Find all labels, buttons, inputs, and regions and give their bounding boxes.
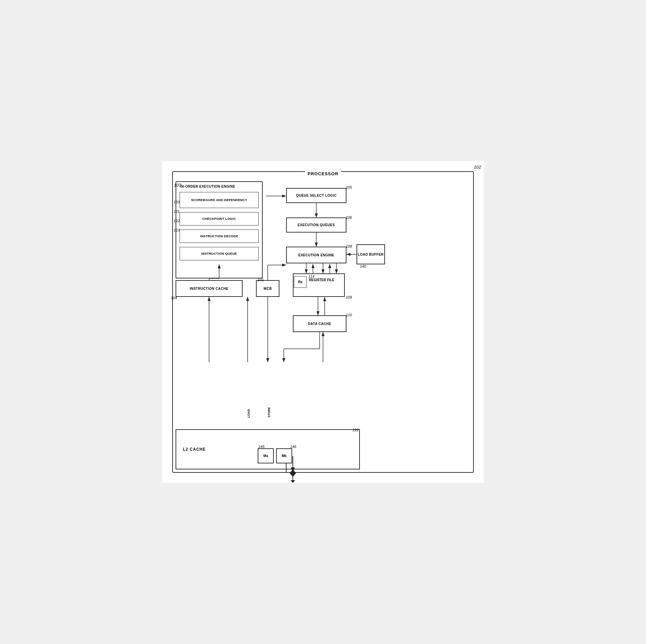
load-buffer-box: LOAD BUFFER [357,244,385,264]
mb-label: Mb [282,454,286,458]
scoreboard-block: SCOREBOARD AND DEPENDENCY [180,192,259,208]
processor-label: PROCESSOR [305,171,341,176]
ref-114: 114 [308,274,314,278]
exec-queues-box: EXECUTION QUEUES [286,217,346,233]
iqueue-block: INSTRUCTION QUEUE [180,247,259,260]
exec-engine-label: EXECUTION ENGINE [298,253,334,257]
ref-108: 108 [346,244,352,248]
reg-file-label: REGISTER FILE [309,278,334,282]
data-cache-box: DATA CACHE [293,315,346,332]
ref-102: 102 [474,165,481,170]
ref-105: 105 [346,185,352,189]
bottom-arrow [286,469,300,483]
queue-select-label: QUEUE SELECT LOGIC [296,193,336,198]
mb-box: Mb [276,448,292,463]
exec-engine-box: EXECUTION ENGINE [286,247,346,263]
load-buffer-label: LOAD BUFFER [358,252,384,257]
ref-112: 112 [352,428,359,432]
ref-110: 110 [346,313,352,317]
ref-123: 123 [174,228,180,232]
ra-box: Ra [294,276,307,288]
ra-label: Ra [298,280,303,284]
queue-select-box: QUEUE SELECT LOGIC [286,188,346,203]
inorder-box: IN-ORDER EXECUTION ENGINE SCOREBOARD AND… [176,181,263,278]
idecode-label: INSTRUCTION DECODE [200,234,238,238]
mcb-label: MCB [264,286,272,291]
ma-box: Ma [258,448,274,463]
ref-120: 120 [174,200,180,204]
scoreboard-label: SCOREBOARD AND DEPENDENCY [191,198,247,202]
ref-121: 121 [174,209,180,213]
ref-141: 141 [258,278,264,282]
load-label: LOAD [247,409,250,418]
exec-queues-label: EXECUTION QUEUES [298,223,335,227]
ref-109: 109 [346,295,352,299]
store-label: STORE [267,407,271,417]
icache-box: INSTRUCTION CACHE [176,280,243,297]
icache-label: INSTRUCTION CACHE [190,286,228,291]
ref-140: 140 [360,264,366,268]
ref-104: 104 [171,296,177,300]
idecode-block: INSTRUCTION DECODE [180,230,259,243]
mcb-box: MCB [256,280,279,297]
checkpoint-label: CHECKPOINT LOGIC [202,217,236,221]
ref-122: 122 [174,219,180,223]
data-cache-label: DATA CACHE [308,322,331,326]
iqueue-label: INSTRUCTION QUEUE [201,252,237,256]
ref-106: 106 [346,215,352,219]
inorder-label: IN-ORDER EXECUTION ENGINE [180,185,235,188]
l2-cache-label: L2 CACHE [183,447,206,452]
svg-marker-31 [290,480,295,483]
svg-marker-30 [290,469,295,472]
ma-label: Ma [263,454,268,458]
checkpoint-block: CHECKPOINT LOGIC [180,212,259,226]
